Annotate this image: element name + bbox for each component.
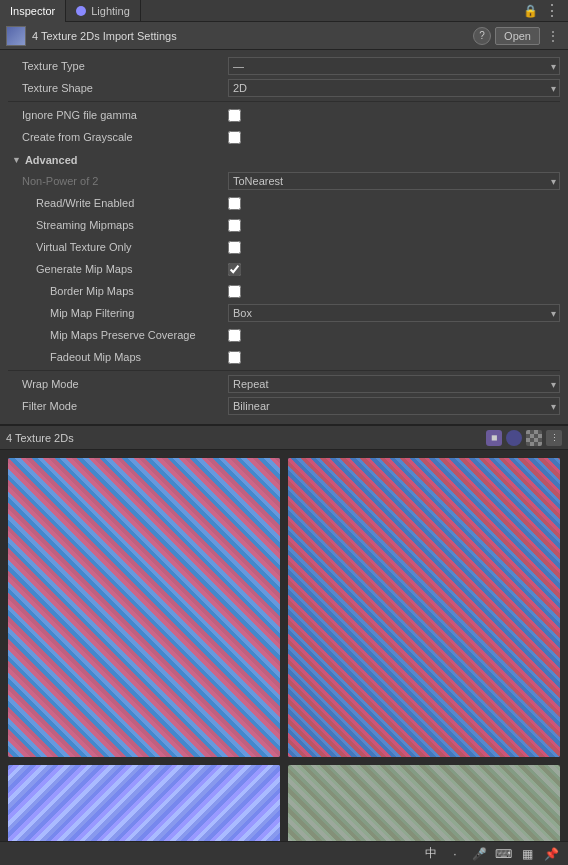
keyboard-icon[interactable]: ⌨ (494, 845, 512, 863)
border-mip-label: Border Mip Maps (8, 285, 228, 297)
lock-icon[interactable]: 🔒 (523, 4, 538, 18)
create-grayscale-checkbox[interactable] (228, 131, 241, 144)
filter-mode-select[interactable]: Bilinear (228, 397, 560, 415)
read-write-checkbox[interactable] (228, 197, 241, 210)
open-button[interactable]: Open (495, 27, 540, 45)
preview-controls: ◼ ⋮ (486, 430, 562, 446)
streaming-value (228, 219, 560, 232)
lang-icon[interactable]: 中 (422, 845, 440, 863)
mip-filtering-row: Mip Map Filtering Box (8, 303, 560, 323)
streaming-label: Streaming Mipmaps (8, 219, 228, 231)
mip-filtering-label: Mip Map Filtering (8, 307, 228, 319)
ignore-png-label: Ignore PNG file gamma (8, 109, 228, 121)
inspector-title: 4 Texture 2Ds Import Settings (32, 30, 473, 42)
non-power-value: ToNearest (228, 172, 560, 190)
wrap-mode-select[interactable]: Repeat (228, 375, 560, 393)
advanced-label: Advanced (25, 154, 78, 166)
texture-thumbnail (6, 26, 26, 46)
fadeout-checkbox[interactable] (228, 351, 241, 364)
texture-thumb-2[interactable] (288, 458, 560, 757)
non-power-select[interactable]: ToNearest (228, 172, 560, 190)
create-grayscale-label: Create from Grayscale (8, 131, 228, 143)
inspector-actions: ? Open ⋮ (473, 27, 562, 45)
ignore-png-row: Ignore PNG file gamma (8, 105, 560, 125)
non-power-dropdown-wrap: ToNearest (228, 172, 560, 190)
preview-panel: 4 Texture 2Ds ◼ ⋮ Previewing 4 of 4 Obje… (0, 424, 568, 865)
preview-header: 4 Texture 2Ds ◼ ⋮ (0, 426, 568, 450)
mip-filtering-select[interactable]: Box (228, 304, 560, 322)
texture-shape-select[interactable]: 2D (228, 79, 560, 97)
texture-preview-grid (0, 450, 568, 865)
preview-title: 4 Texture 2Ds (6, 432, 486, 444)
mip-filtering-value: Box (228, 304, 560, 322)
texture-thumb-1[interactable] (8, 458, 280, 757)
filter-mode-row: Filter Mode Bilinear (8, 396, 560, 416)
texture-type-select[interactable]: — (228, 57, 560, 75)
inspector-tab-label: Inspector (10, 5, 55, 17)
virtual-texture-value (228, 241, 560, 254)
advanced-arrow: ▼ (12, 155, 21, 165)
border-mip-value (228, 285, 560, 298)
preview-checkerboard-icon[interactable] (526, 430, 542, 446)
virtual-texture-row: Virtual Texture Only (8, 237, 560, 257)
tab-lighting[interactable]: Lighting (66, 0, 141, 22)
mip-filtering-dropdown-wrap: Box (228, 304, 560, 322)
ignore-png-value (228, 109, 560, 122)
ignore-png-checkbox[interactable] (228, 109, 241, 122)
border-mip-checkbox[interactable] (228, 285, 241, 298)
wrap-mode-label: Wrap Mode (8, 378, 228, 390)
pin-icon[interactable]: 📌 (542, 845, 560, 863)
settings-panel: Texture Type — Texture Shape 2D Ignore P… (0, 50, 568, 424)
streaming-checkbox[interactable] (228, 219, 241, 232)
fadeout-label: Fadeout Mip Maps (8, 351, 228, 363)
bottom-bar: 中 · 🎤 ⌨ ▦ 📌 (0, 841, 568, 865)
wrap-mode-value: Repeat (228, 375, 560, 393)
non-power-label: Non-Power of 2 (8, 175, 228, 187)
non-power-row: Non-Power of 2 ToNearest (8, 171, 560, 191)
generate-mip-label: Generate Mip Maps (8, 263, 228, 275)
virtual-texture-label: Virtual Texture Only (8, 241, 228, 253)
texture-shape-label: Texture Shape (8, 82, 228, 94)
mip-preserve-value (228, 329, 560, 342)
preview-toggle[interactable] (506, 430, 522, 446)
inspector-header: 4 Texture 2Ds Import Settings ? Open ⋮ (0, 22, 568, 50)
advanced-section-header[interactable]: ▼ Advanced (8, 149, 560, 171)
wrap-mode-row: Wrap Mode Repeat (8, 374, 560, 394)
texture-type-dropdown-wrap: — (228, 57, 560, 75)
lighting-tab-icon (76, 6, 86, 16)
generate-mip-row: Generate Mip Maps (8, 259, 560, 279)
bottom-icons: 中 · 🎤 ⌨ ▦ 📌 (422, 845, 560, 863)
mip-preserve-label: Mip Maps Preserve Coverage (8, 329, 228, 341)
preview-color-icon[interactable]: ◼ (486, 430, 502, 446)
create-grayscale-row: Create from Grayscale (8, 127, 560, 147)
fadeout-row: Fadeout Mip Maps (8, 347, 560, 367)
options-icon[interactable]: ⋮ (544, 28, 562, 44)
preview-menu-icon[interactable]: ⋮ (546, 430, 562, 446)
fadeout-value (228, 351, 560, 364)
texture-image-1 (8, 458, 280, 757)
mip-preserve-row: Mip Maps Preserve Coverage (8, 325, 560, 345)
texture-type-label: Texture Type (8, 60, 228, 72)
texture-shape-dropdown-wrap: 2D (228, 79, 560, 97)
filter-mode-value: Bilinear (228, 397, 560, 415)
texture-shape-row: Texture Shape 2D (8, 78, 560, 98)
virtual-texture-checkbox[interactable] (228, 241, 241, 254)
border-mip-row: Border Mip Maps (8, 281, 560, 301)
generate-mip-value (228, 263, 560, 276)
filter-mode-label: Filter Mode (8, 400, 228, 412)
wrap-mode-dropdown-wrap: Repeat (228, 375, 560, 393)
texture-type-row: Texture Type — (8, 56, 560, 76)
tab-menu-icon[interactable]: ⋮ (544, 1, 560, 20)
mic-icon[interactable]: 🎤 (470, 845, 488, 863)
read-write-value (228, 197, 560, 210)
generate-mip-checkbox[interactable] (228, 263, 241, 276)
streaming-row: Streaming Mipmaps (8, 215, 560, 235)
dot-icon: · (446, 845, 464, 863)
tab-inspector[interactable]: Inspector (0, 0, 66, 22)
help-button[interactable]: ? (473, 27, 491, 45)
filter-mode-dropdown-wrap: Bilinear (228, 397, 560, 415)
grid-icon[interactable]: ▦ (518, 845, 536, 863)
lighting-tab-label: Lighting (91, 5, 130, 17)
mip-preserve-checkbox[interactable] (228, 329, 241, 342)
texture-type-value: — (228, 57, 560, 75)
